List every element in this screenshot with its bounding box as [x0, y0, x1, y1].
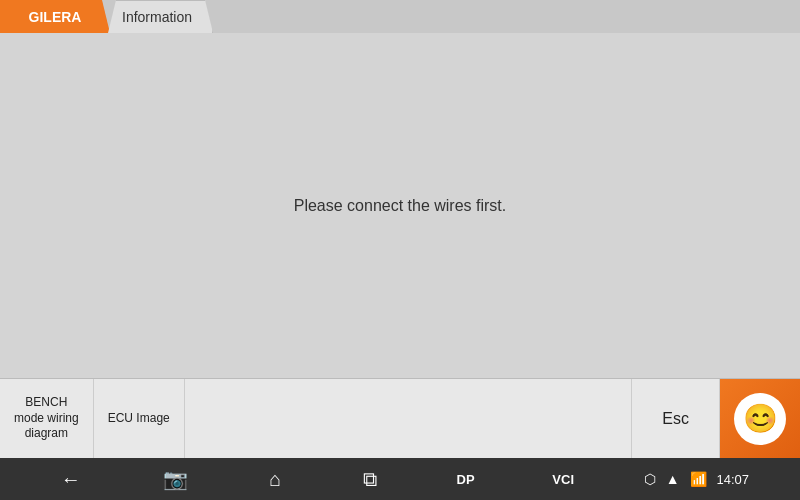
tab-bar: GILERA Information: [0, 0, 800, 33]
copy-icon[interactable]: ⧉: [353, 464, 387, 495]
home-icon[interactable]: ⌂: [259, 464, 291, 495]
tab-gilera[interactable]: GILERA: [0, 0, 110, 33]
bottom-toolbar: BENCHmode wiringdiagram ECU Image Esc 😊: [0, 378, 800, 458]
logo-area: 😊: [720, 379, 800, 458]
esc-button[interactable]: Esc: [631, 379, 720, 458]
vci-label[interactable]: VCI: [544, 468, 582, 491]
main-message: Please connect the wires first.: [294, 197, 507, 215]
back-icon[interactable]: ←: [51, 464, 91, 495]
toolbar-spacer: [185, 379, 632, 458]
nav-right: ⬡ ▲ 📶 14:07: [644, 471, 749, 487]
time-display: 14:07: [717, 472, 750, 487]
info-label: Information: [122, 9, 192, 25]
bench-wiring-label: BENCHmode wiringdiagram: [14, 395, 79, 442]
wifi-icon: ▲: [666, 471, 680, 487]
signal-icon: 📶: [690, 471, 707, 487]
nav-bar: ← 📷 ⌂ ⧉ DP VCI ⬡ ▲ 📶 14:07: [0, 458, 800, 500]
ecu-image-label: ECU Image: [108, 411, 170, 427]
main-content: Please connect the wires first.: [0, 33, 800, 378]
dp-label[interactable]: DP: [449, 468, 483, 491]
bench-wiring-button[interactable]: BENCHmode wiringdiagram: [0, 379, 94, 458]
brand-label: GILERA: [29, 9, 82, 25]
tab-information[interactable]: Information: [108, 0, 213, 33]
logo-emoji: 😊: [743, 402, 778, 435]
logo-circle: 😊: [734, 393, 786, 445]
camera-icon[interactable]: 📷: [153, 463, 198, 495]
bluetooth-icon: ⬡: [644, 471, 656, 487]
esc-label: Esc: [662, 410, 689, 428]
ecu-image-button[interactable]: ECU Image: [94, 379, 185, 458]
